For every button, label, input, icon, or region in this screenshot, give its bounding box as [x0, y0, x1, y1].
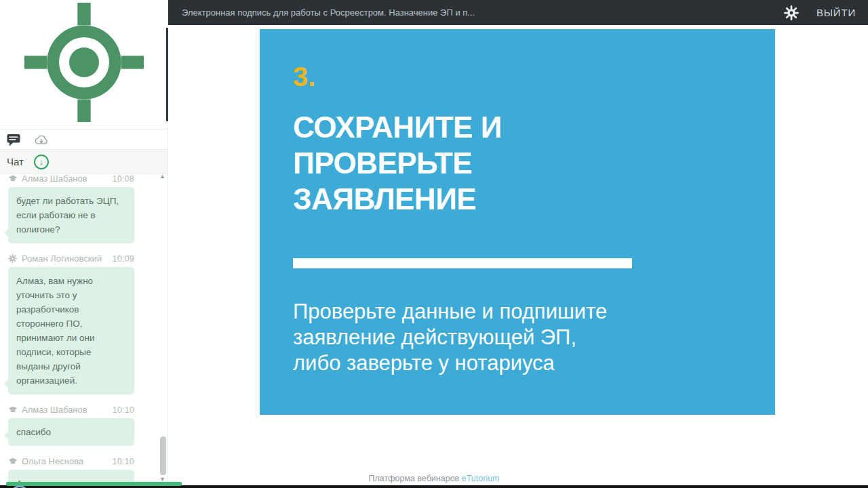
- exit-button[interactable]: ВЫЙТИ: [816, 7, 856, 18]
- chat-messages: Алмаз Шабанов 10:08 будет ли работать ЭЦ…: [0, 171, 157, 488]
- message-time: 10:09: [112, 253, 134, 264]
- message-header: Роман Логиновский 10:09: [8, 253, 134, 264]
- message-author: Алмаз Шабанов: [22, 405, 87, 415]
- slide-body-text: Проверьте данные и подпишитезаявление де…: [293, 299, 607, 376]
- slide-step-number: 3.: [293, 62, 315, 92]
- chat-scroll-up-arrow[interactable]: ▲: [159, 173, 165, 180]
- footer-text: Платформа вебинаров: [368, 474, 461, 483]
- message-header: Ольга Неснова 10:10: [8, 455, 134, 466]
- message-bubble: будет ли работать ЭЦП, если работаю не в…: [8, 187, 134, 243]
- sidebar-tabs: [0, 129, 167, 150]
- message-bubble: Алмаз, вам нужно уточнить это у разработ…: [8, 267, 134, 394]
- message-time: 10:10: [112, 405, 134, 415]
- message-header: Алмаз Шабанов 10:10: [8, 404, 134, 415]
- tab-chat[interactable]: [6, 133, 21, 146]
- message-author: Ольга Неснова: [22, 456, 83, 466]
- chat-scrollbar-thumb[interactable]: [160, 436, 166, 475]
- message-time: 10:08: [112, 174, 134, 184]
- chat-header: Чат ↓: [0, 150, 167, 174]
- message-time: 10:10: [112, 456, 134, 466]
- message-header: Алмаз Шабанов 10:08: [8, 173, 134, 184]
- chat-message: Алмаз Шабанов 10:10 спасибо: [8, 404, 134, 446]
- webinar-page: Чат ↓: [0, 0, 868, 488]
- graduation-cap-icon: [8, 405, 18, 414]
- settings-button[interactable]: [784, 5, 799, 20]
- gear-icon: [784, 5, 799, 20]
- webinar-title: Электронная подпись для работы с Росреес…: [182, 7, 475, 18]
- message-author: Роман Логиновский: [22, 253, 102, 264]
- scroll-to-latest-button[interactable]: ↓: [34, 155, 49, 169]
- tab-downloads[interactable]: [34, 133, 49, 146]
- sidebar: Чат ↓: [0, 0, 168, 488]
- etutorium-link[interactable]: eTutorium: [462, 474, 500, 483]
- chat-message: Роман Логиновский 10:09 Алмаз, вам нужно…: [8, 253, 134, 394]
- slide-title: СОХРАНИТЕ ИПРОВЕРЬТЕЗАЯВЛЕНИЕ: [293, 109, 502, 217]
- bottom-cropped-green-bar: [6, 482, 182, 486]
- gear-icon: [8, 254, 18, 263]
- message-author: Алмаз Шабанов: [22, 174, 87, 184]
- chat-title: Чат: [7, 156, 24, 167]
- circled-down-arrow-icon: ↓: [39, 157, 44, 166]
- top-bar: Электронная подпись для работы с Росреес…: [168, 0, 868, 25]
- graduation-cap-icon: [8, 174, 18, 183]
- slide: 3. СОХРАНИТЕ ИПРОВЕРЬТЕЗАЯВЛЕНИЕ Проверь…: [260, 29, 775, 415]
- chat-message-list[interactable]: Алмаз Шабанов 10:08 будет ли работать ЭЦ…: [0, 171, 168, 488]
- presenter-logo-area: [0, 3, 167, 129]
- cloud-download-icon: [34, 133, 49, 146]
- polygon-crosshair-logo-icon: [24, 3, 144, 122]
- message-bubble: спасибо: [8, 418, 134, 446]
- chat-message: Алмаз Шабанов 10:08 будет ли работать ЭЦ…: [8, 173, 134, 243]
- slide-divider-bar: [293, 258, 632, 268]
- graduation-cap-icon: [8, 457, 18, 466]
- chat-bubble-icon: [6, 133, 21, 146]
- presentation-stage: 3. СОХРАНИТЕ ИПРОВЕРЬТЕЗАЯВЛЕНИЕ Проверь…: [168, 25, 868, 488]
